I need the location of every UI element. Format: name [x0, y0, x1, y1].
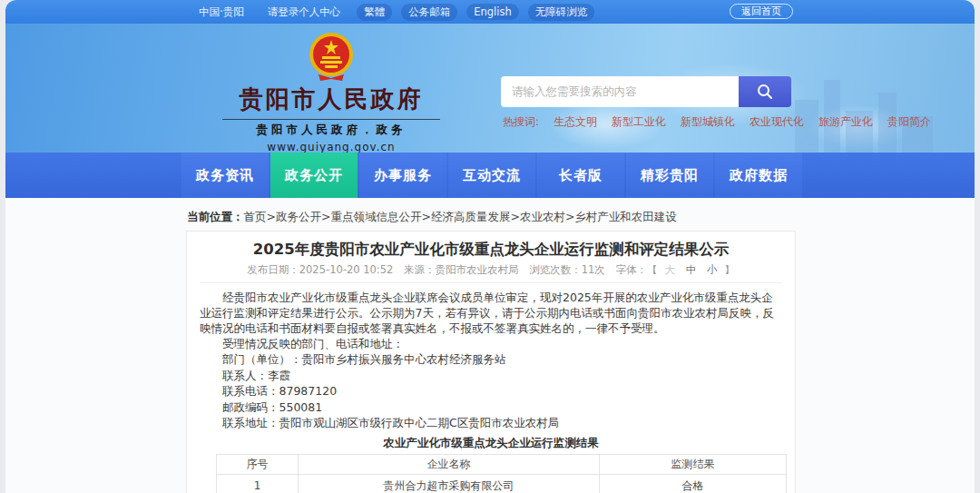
- search-button[interactable]: [739, 76, 791, 107]
- header-index: 序号: [217, 454, 299, 474]
- content-area: 当前位置：首页>政务公开>重点领域信息公开>经济高质量发展>农业农村>乡村产业和…: [5, 198, 975, 493]
- logo-divider: [222, 119, 440, 120]
- hot-word[interactable]: 新型工业化: [612, 114, 666, 130]
- font-size-small[interactable]: 小: [707, 263, 718, 276]
- font-size-bracket: 】: [724, 263, 735, 276]
- topbar-link-mail[interactable]: 公务邮箱: [401, 4, 457, 21]
- search-input[interactable]: [501, 76, 739, 107]
- site-url: www.guiyang.gov.cn: [195, 141, 467, 153]
- font-size-label: 字体：【: [615, 263, 657, 276]
- topbar-link-traditional[interactable]: 繁體: [357, 4, 392, 21]
- nav-item-highlights[interactable]: 精彩贵阳: [626, 153, 713, 198]
- hot-search-label: 热搜词:: [503, 114, 539, 130]
- breadcrumb-label: 当前位置：: [187, 210, 244, 223]
- contact-person: 联系人：李霞: [200, 368, 782, 384]
- contact-address: 联系地址：贵阳市观山湖区市级行政中心二期C区贵阳市农业农村局: [200, 415, 782, 431]
- contact-department: 部门（单位）：贵阳市乡村振兴服务中心农村经济服务站: [200, 351, 782, 368]
- cell-company: 贵州合力超市采购有限公司: [299, 474, 600, 493]
- table-row: 1 贵州合力超市采购有限公司 合格: [217, 474, 787, 493]
- nav-item-gov-open[interactable]: 政务公开: [270, 153, 358, 198]
- monitoring-result-table: 序号 企业名称 监测结果 1 贵州合力超市采购有限公司 合格 2 贵州友禾种业有…: [216, 454, 787, 493]
- article-card: 2025年度贵阳市农业产业化市级重点龙头企业运行监测和评定结果公示 发布日期：2…: [186, 231, 796, 493]
- topbar-link-region[interactable]: 中国·贵阳: [191, 4, 251, 21]
- hot-word[interactable]: 生态文明: [554, 114, 597, 130]
- hot-word[interactable]: 农业现代化: [750, 114, 804, 130]
- site-subtitle: 贵阳市人民政府．政务: [195, 123, 467, 138]
- font-size-large[interactable]: 大: [664, 263, 675, 276]
- site-logo[interactable]: 贵阳市人民政府 贵阳市人民政府．政务 www.guiyang.gov.cn: [195, 31, 467, 153]
- article-paragraph: 受理情况反映的部门、电话和地址：: [200, 336, 782, 351]
- topbar-link-login[interactable]: 请登录个人中心: [260, 4, 348, 21]
- breadcrumb: 当前位置：首页>政务公开>重点领域信息公开>经济高质量发展>农业农村>乡村产业和…: [187, 210, 677, 225]
- hot-word[interactable]: 旅游产业化: [818, 114, 873, 130]
- site-name: 贵阳市人民政府: [195, 84, 467, 115]
- nav-item-news[interactable]: 政务资讯: [181, 153, 269, 198]
- hot-word[interactable]: 贵阳简介: [887, 114, 931, 130]
- search-icon: [756, 83, 774, 101]
- article-meta: 发布日期：2025-10-20 10:52 来源：贵阳市农业农村局 浏览次数：1…: [200, 263, 782, 283]
- contact-phone: 联系电话：87987120: [200, 383, 782, 399]
- contact-postcode: 邮政编码：550081: [200, 399, 782, 416]
- topbar-link-accessibility[interactable]: 无障碍浏览: [528, 4, 595, 21]
- header-banner: 贵阳市人民政府 贵阳市人民政府．政务 www.guiyang.gov.cn 热搜…: [5, 24, 975, 153]
- header-result: 监测结果: [600, 454, 787, 474]
- nav-item-gov-data[interactable]: 政府数据: [715, 153, 802, 198]
- top-utility-bar: 中国·贵阳 请登录个人中心 繁體 公务邮箱 English 无障碍浏览 返回首页: [5, 0, 975, 24]
- article-paragraph: 经贵阳市农业产业化市级重点龙头企业联席会议成员单位审定，现对2025年开展的农业…: [200, 290, 782, 336]
- publish-date: 发布日期：2025-10-20 10:52: [247, 263, 393, 276]
- national-emblem-icon: [306, 31, 357, 82]
- main-nav: 政务资讯 政务公开 办事服务 互动交流 长者版 精彩贵阳 政府数据: [5, 153, 975, 198]
- header-company: 企业名称: [299, 454, 600, 474]
- nav-item-services[interactable]: 办事服务: [359, 153, 446, 198]
- article-source: 来源：贵阳市农业农村局: [404, 263, 519, 276]
- nav-item-senior[interactable]: 长者版: [537, 153, 624, 198]
- search-bar: [501, 76, 791, 107]
- page: 中国·贵阳 请登录个人中心 繁體 公务邮箱 English 无障碍浏览 返回首页: [5, 0, 975, 493]
- cell-result: 合格: [600, 474, 787, 493]
- table-header-row: 序号 企业名称 监测结果: [217, 454, 787, 474]
- article-title: 2025年度贵阳市农业产业化市级重点龙头企业运行监测和评定结果公示: [200, 239, 782, 261]
- cell-index: 1: [217, 474, 299, 493]
- table-caption: 农业产业化市级重点龙头企业运行监测结果: [200, 436, 782, 450]
- topbar-link-english[interactable]: English: [466, 4, 519, 20]
- hot-word[interactable]: 新型城镇化: [681, 114, 735, 130]
- font-size-medium[interactable]: 中: [686, 263, 697, 276]
- topbar-links: 中国·贵阳 请登录个人中心 繁體 公务邮箱 English 无障碍浏览: [191, 4, 594, 21]
- return-home-button[interactable]: 返回首页: [730, 4, 793, 19]
- breadcrumb-path[interactable]: 首页>政务公开>重点领域信息公开>经济高质量发展>农业农村>乡村产业和农田建设: [244, 210, 677, 223]
- nav-items: 政务资讯 政务公开 办事服务 互动交流 长者版 精彩贵阳 政府数据: [181, 153, 804, 198]
- hot-search-row: 热搜词: 生态文明 新型工业化 新型城镇化 农业现代化 旅游产业化 贵阳简介: [503, 114, 931, 130]
- view-count: 浏览次数：11次: [529, 263, 605, 276]
- article-body: 经贵阳市农业产业化市级重点龙头企业联席会议成员单位审定，现对2025年开展的农业…: [200, 290, 782, 493]
- nav-item-interaction[interactable]: 互动交流: [448, 153, 535, 198]
